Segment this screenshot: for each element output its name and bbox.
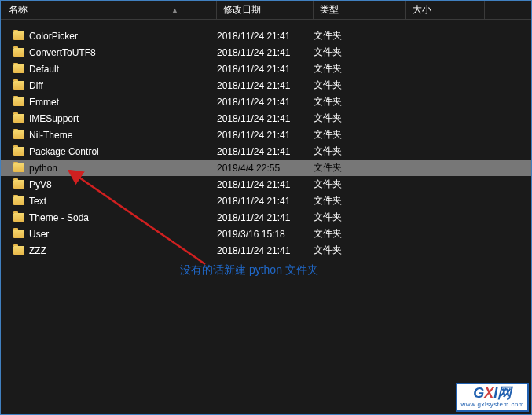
file-row[interactable]: Diff2018/11/24 21:41文件夹 xyxy=(1,77,531,94)
file-date: 2019/4/4 22:55 xyxy=(217,163,314,174)
file-date: 2018/11/24 21:41 xyxy=(217,31,314,42)
folder-icon xyxy=(13,81,24,90)
file-type: 文件夹 xyxy=(314,227,406,241)
file-list: ColorPicker2018/11/24 21:41文件夹ConvertToU… xyxy=(1,20,531,259)
file-name: User xyxy=(29,229,49,240)
file-name: Text xyxy=(29,196,46,207)
file-row[interactable]: Nil-Theme2018/11/24 21:41文件夹 xyxy=(1,127,531,143)
file-row[interactable]: ZZZ2018/11/24 21:41文件夹 xyxy=(1,242,531,259)
file-name: Theme - Soda xyxy=(29,212,89,223)
file-row[interactable]: ConvertToUTF82018/11/24 21:41文件夹 xyxy=(1,44,531,61)
file-type: 文件夹 xyxy=(314,46,406,59)
file-name: Package Control xyxy=(29,146,99,157)
file-date: 2018/11/24 21:41 xyxy=(217,64,314,75)
file-row[interactable]: Theme - Soda2018/11/24 21:41文件夹 xyxy=(1,209,531,226)
folder-icon xyxy=(13,246,24,255)
folder-icon xyxy=(13,213,24,222)
column-header-date[interactable]: 修改日期 xyxy=(217,0,314,20)
file-type: 文件夹 xyxy=(314,244,406,257)
file-name: python xyxy=(29,163,57,174)
file-name: Diff xyxy=(29,80,43,91)
column-header-size[interactable]: 大小 xyxy=(406,0,485,20)
file-date: 2018/11/24 21:41 xyxy=(217,196,314,207)
file-type: 文件夹 xyxy=(314,161,406,174)
file-type: 文件夹 xyxy=(314,178,406,191)
column-label-date: 修改日期 xyxy=(223,3,261,17)
column-header-type[interactable]: 类型 xyxy=(314,0,406,20)
column-label-size: 大小 xyxy=(413,3,431,17)
file-date: 2018/11/24 21:41 xyxy=(217,80,314,91)
file-name: IMESupport xyxy=(29,113,79,124)
file-name: PyV8 xyxy=(29,179,52,190)
file-row[interactable]: ColorPicker2018/11/24 21:41文件夹 xyxy=(1,28,531,44)
column-header-row: 名称 ▲ 修改日期 类型 大小 xyxy=(1,1,531,20)
folder-icon xyxy=(13,48,24,57)
file-date: 2018/11/24 21:41 xyxy=(217,146,314,157)
file-row[interactable]: IMESupport2018/11/24 21:41文件夹 xyxy=(1,110,531,127)
column-header-name[interactable]: 名称 ▲ xyxy=(2,0,217,20)
folder-icon xyxy=(13,180,24,189)
file-date: 2018/11/24 21:41 xyxy=(217,245,314,256)
file-type: 文件夹 xyxy=(314,29,406,42)
file-date: 2018/11/24 21:41 xyxy=(217,130,314,141)
file-type: 文件夹 xyxy=(314,62,406,75)
file-row[interactable]: Emmet2018/11/24 21:41文件夹 xyxy=(1,94,531,110)
folder-icon xyxy=(13,147,24,156)
file-type: 文件夹 xyxy=(314,95,406,108)
watermark-url: www.gxlsystem.com xyxy=(460,402,524,409)
file-row[interactable]: Default2018/11/24 21:41文件夹 xyxy=(1,61,531,77)
file-row[interactable]: Text2018/11/24 21:41文件夹 xyxy=(1,193,531,209)
folder-icon xyxy=(13,31,24,40)
file-date: 2018/11/24 21:41 xyxy=(217,97,314,108)
folder-icon xyxy=(13,130,24,139)
file-name: Emmet xyxy=(29,97,59,108)
file-type: 文件夹 xyxy=(314,112,406,125)
folder-icon xyxy=(13,163,24,172)
column-label-type: 类型 xyxy=(320,3,339,17)
watermark-brand: GXI网 xyxy=(473,386,512,402)
file-date: 2018/11/24 21:41 xyxy=(217,212,314,223)
folder-icon xyxy=(13,64,24,73)
file-name: ConvertToUTF8 xyxy=(29,47,96,58)
folder-icon xyxy=(13,230,24,238)
file-name: ColorPicker xyxy=(29,31,78,42)
file-name: Default xyxy=(29,64,59,75)
file-date: 2018/11/24 21:41 xyxy=(217,47,314,58)
watermark: GXI网 www.gxlsystem.com xyxy=(456,383,529,412)
folder-icon xyxy=(13,196,24,205)
file-row[interactable]: User2019/3/16 15:18文件夹 xyxy=(1,226,531,242)
file-row[interactable]: PyV82018/11/24 21:41文件夹 xyxy=(1,176,531,193)
file-type: 文件夹 xyxy=(314,194,406,208)
file-row[interactable]: Package Control2018/11/24 21:41文件夹 xyxy=(1,143,531,160)
file-date: 2019/3/16 15:18 xyxy=(217,229,314,240)
file-name: ZZZ xyxy=(29,245,46,256)
annotation-text: 没有的话新建 python 文件夹 xyxy=(180,263,318,277)
file-type: 文件夹 xyxy=(314,145,406,158)
file-name: Nil-Theme xyxy=(29,130,72,141)
file-date: 2018/11/24 21:41 xyxy=(217,179,314,190)
file-row[interactable]: python2019/4/4 22:55文件夹 xyxy=(1,160,531,176)
file-type: 文件夹 xyxy=(314,79,406,92)
sort-ascending-icon: ▲ xyxy=(171,6,178,14)
column-label-name: 名称 xyxy=(9,3,28,17)
file-type: 文件夹 xyxy=(314,211,406,224)
folder-icon xyxy=(13,97,24,106)
file-type: 文件夹 xyxy=(314,128,406,141)
folder-icon xyxy=(13,114,24,123)
file-date: 2018/11/24 21:41 xyxy=(217,113,314,124)
